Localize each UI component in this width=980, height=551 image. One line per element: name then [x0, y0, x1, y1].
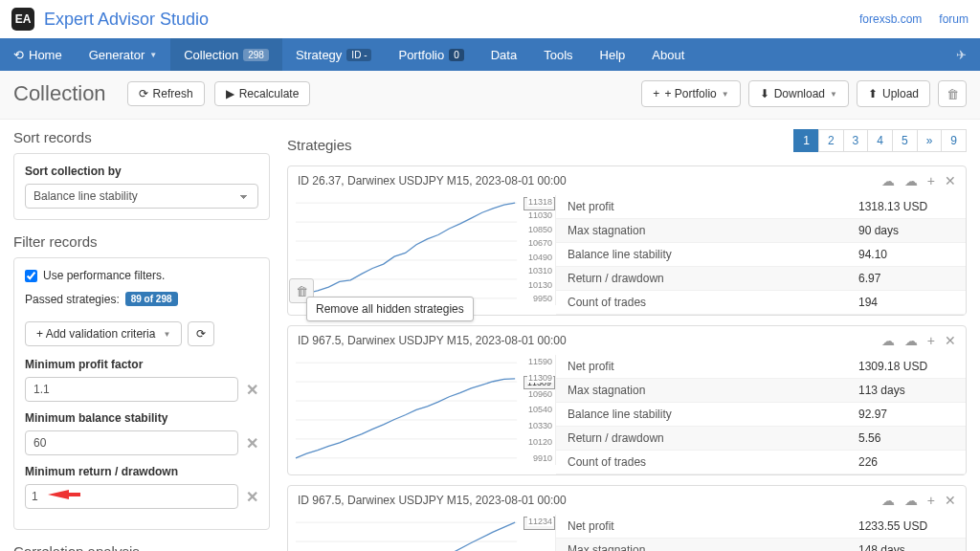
nav-portfolio[interactable]: Portfolio0 [385, 38, 477, 71]
balance-chart: 11318 1131811030108501067010490103101013… [288, 195, 556, 305]
nav-help[interactable]: Help [587, 38, 639, 71]
stat-row: Balance line stability94.10 [556, 243, 966, 267]
filter3-label: Minimum return / drawdown [25, 465, 258, 478]
refresh-icon: ⟳ [139, 87, 148, 100]
play-icon: ▶ [226, 87, 234, 100]
stat-row: Return / drawdown5.56 [556, 427, 966, 451]
strategy-stats: Net profit1318.13 USDMax stagnation90 da… [556, 195, 966, 315]
app-brand: Expert Advisor Studio [44, 10, 209, 30]
cloud-download-icon[interactable]: ☁ [881, 173, 895, 188]
nav-about[interactable]: About [638, 38, 698, 71]
stat-row: Net profit1233.55 USD [556, 515, 966, 539]
stat-row: Net profit1318.13 USD [556, 195, 966, 219]
refresh-button[interactable]: ⟳Refresh [127, 81, 205, 106]
send-icon[interactable]: ✈ [956, 48, 980, 62]
stat-row: Max stagnation90 days [556, 219, 966, 243]
stat-row: Net profit1309.18 USD [556, 355, 966, 379]
strategy-title: ID 967.5, Darwinex USDJPY M15, 2023-08-0… [298, 334, 567, 347]
page-2[interactable]: 2 [818, 129, 844, 152]
main-nav: ⟲Home Generator▼ Collection298 StrategyI… [0, 38, 980, 71]
filter-panel: Use performance filters. Passed strategi… [13, 257, 270, 530]
sort-section-title: Sort records [13, 129, 270, 145]
filter1-remove[interactable]: ✕ [246, 381, 258, 399]
chevron-down-icon: ▼ [830, 90, 837, 99]
cloud-upload-icon[interactable]: ☁ [904, 493, 918, 508]
strategy-title: ID 967.5, Darwinex USDJPY M15, 2023-08-0… [298, 494, 567, 507]
plus-icon[interactable]: + [927, 173, 935, 188]
nav-strategy[interactable]: StrategyID - [282, 38, 386, 71]
recalculate-button[interactable]: ▶Recalculate [214, 81, 311, 106]
toolbar: Collection ⟳Refresh ▶Recalculate ++ Port… [0, 71, 980, 120]
page-1[interactable]: 1 [793, 129, 819, 152]
cloud-download-icon[interactable]: ☁ [881, 493, 895, 508]
nav-generator[interactable]: Generator▼ [76, 38, 170, 71]
filter-section-title: Filter records [13, 233, 270, 250]
use-perf-label: Use performance filters. [43, 269, 165, 282]
page-3[interactable]: 3 [843, 129, 869, 152]
portfolio-count-badge: 0 [449, 49, 464, 61]
close-icon[interactable]: ✕ [945, 173, 956, 188]
filter2-input[interactable] [25, 430, 238, 455]
plus-icon[interactable]: + [927, 493, 935, 508]
nav-home[interactable]: ⟲Home [0, 38, 76, 71]
plus-icon: + [653, 87, 659, 100]
strategy-title: ID 26.37, Darwinex USDJPY M15, 2023-08-0… [298, 174, 567, 187]
collection-count-badge: 298 [243, 49, 269, 61]
plus-icon[interactable]: + [927, 333, 935, 348]
sort-label: Sort collection by [25, 165, 258, 178]
portfolio-button[interactable]: ++ Portfolio▼ [641, 80, 740, 107]
cloud-download-icon[interactable]: ☁ [881, 333, 895, 348]
home-icon: ⟲ [13, 48, 24, 62]
strategy-id-badge: ID - [346, 49, 371, 61]
page-title: Collection [13, 81, 106, 106]
trash-button[interactable]: 🗑 [938, 80, 967, 107]
stat-row: Count of trades194 [556, 291, 966, 315]
add-criteria-button[interactable]: + Add validation criteria▼ [25, 321, 182, 346]
nav-collection[interactable]: Collection298 [170, 38, 282, 71]
upload-button[interactable]: ⬆Upload [857, 80, 930, 107]
cloud-upload-icon[interactable]: ☁ [904, 333, 918, 348]
sort-panel: Sort collection by Balance line stabilit… [13, 153, 270, 220]
arrow-annotation [48, 490, 69, 499]
stat-row: Max stagnation148 days [556, 539, 966, 551]
strategy-card: ID 967.5, Darwinex USDJPY M15, 2023-08-0… [287, 325, 967, 475]
filter3-remove[interactable]: ✕ [246, 488, 258, 506]
upload-icon: ⬆ [868, 87, 878, 100]
page-4[interactable]: 4 [867, 129, 893, 152]
filter2-remove[interactable]: ✕ [246, 434, 258, 452]
link-forum[interactable]: forum [939, 12, 969, 26]
stat-row: Balance line stability92.97 [556, 403, 966, 427]
close-icon[interactable]: ✕ [945, 493, 956, 508]
page-5[interactable]: 5 [892, 129, 918, 152]
link-forexsb[interactable]: forexsb.com [859, 12, 922, 26]
filter2-label: Minimum balance stability [25, 411, 258, 425]
chevron-down-icon: ▼ [149, 51, 157, 59]
strategies-title: Strategies [287, 137, 352, 153]
strategy-card: ID 967.5, Darwinex USDJPY M15, 2023-08-0… [287, 485, 967, 551]
page-9[interactable]: 9 [941, 129, 967, 152]
stat-row: Max stagnation113 days [556, 379, 966, 403]
app-logo: EA [11, 8, 34, 31]
passed-label: Passed strategies: [25, 293, 120, 306]
strategy-stats: Net profit1309.18 USDMax stagnation113 d… [556, 355, 966, 474]
use-perf-checkbox[interactable] [25, 270, 37, 282]
balance-chart: 11234 112341095010770 [288, 515, 556, 551]
close-icon[interactable]: ✕ [945, 333, 956, 348]
chevron-down-icon: ▼ [163, 330, 170, 339]
reload-icon: ⟳ [196, 327, 206, 341]
stat-row: Return / drawdown6.97 [556, 267, 966, 291]
nav-tools[interactable]: Tools [530, 38, 586, 71]
tooltip: Remove all hidden strategies [306, 297, 474, 321]
trash-icon: 🗑 [947, 87, 959, 101]
balance-chart: 11309 1159011309109601054010330101209910 [288, 355, 556, 465]
chart-y-ticks: 112341095010770 [527, 517, 553, 551]
nav-data[interactable]: Data [478, 38, 530, 71]
reload-criteria-button[interactable]: ⟳ [188, 321, 214, 346]
sort-select[interactable]: Balance line stability [25, 184, 258, 209]
strategy-stats: Net profit1233.55 USDMax stagnation148 d… [556, 515, 966, 551]
filter1-label: Minimum profit factor [25, 358, 258, 371]
cloud-upload-icon[interactable]: ☁ [904, 173, 918, 188]
download-button[interactable]: ⬇Download▼ [748, 80, 849, 107]
page-»[interactable]: » [917, 129, 943, 152]
filter1-input[interactable] [25, 377, 238, 402]
